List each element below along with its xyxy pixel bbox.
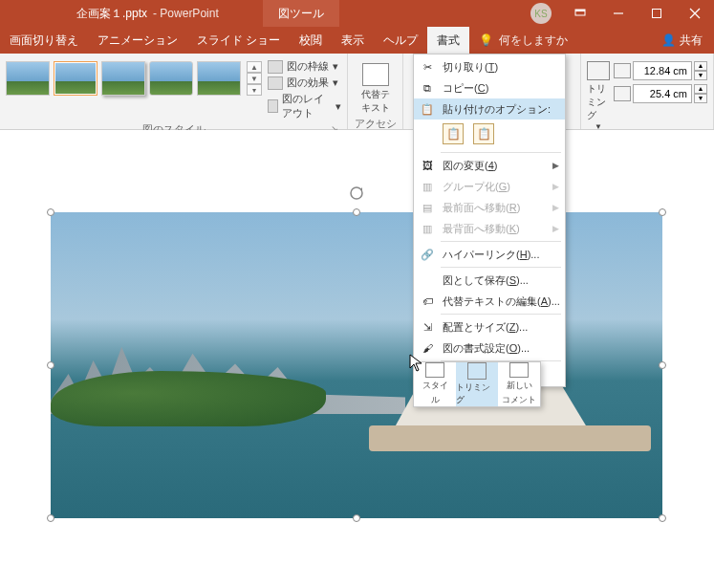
height-field[interactable]: ▲▼ (614, 61, 707, 80)
comment-icon (509, 362, 529, 378)
ribbon-options-button[interactable] (561, 0, 599, 27)
style-thumb[interactable] (149, 61, 193, 96)
group-icon: ▥ (420, 179, 435, 194)
picture-layout-menu[interactable]: 図のレイアウト ▾ (268, 92, 341, 120)
share-button[interactable]: 👤 共有 (650, 27, 714, 54)
context-menu: ✂切り取り(T) ⧉コピー(C) 📋貼り付けのオプション: 📋 📋 🖼図の変更(… (413, 54, 566, 387)
mouse-cursor (409, 354, 424, 376)
slide-canvas[interactable] (0, 130, 714, 588)
resize-handle-s[interactable] (353, 514, 360, 522)
ctx-group: ▥グループ化(G)▶ (414, 176, 565, 197)
resize-handle-nw[interactable] (47, 208, 54, 216)
ctx-save-as-picture[interactable]: 図として保存(S)... (414, 270, 565, 291)
tab-help[interactable]: ヘルプ (374, 27, 427, 54)
picture-effects-menu[interactable]: 図の効果 ▾ (268, 76, 341, 90)
resize-handle-sw[interactable] (47, 514, 54, 522)
spin-down[interactable]: ▼ (694, 94, 707, 103)
rotate-handle[interactable] (349, 185, 364, 201)
size-group: トリミング ▼ ▲▼ ▲▼ サイズ↘ (580, 54, 714, 129)
crop-button[interactable]: トリミング ▼ (587, 61, 610, 131)
close-button[interactable] (676, 0, 714, 27)
height-input[interactable] (633, 61, 692, 80)
ctx-change-picture[interactable]: 🖼図の変更(4)▶ (414, 155, 565, 176)
resize-handle-ne[interactable] (659, 208, 666, 216)
effects-icon (268, 76, 283, 90)
resize-handle-n[interactable] (353, 208, 360, 216)
tab-slideshow[interactable]: スライド ショー (187, 27, 290, 54)
minimize-button[interactable] (599, 0, 638, 27)
ribbon: ▲▼▾ 図の枠線 ▾ 図の効果 ▾ 図のレイアウト ▾ 図のスタイル↘ 代替テ … (0, 54, 714, 130)
accessibility-group: 代替テ キスト アクセシビ… (348, 54, 403, 129)
ctx-cut[interactable]: ✂切り取り(T) (414, 56, 565, 77)
layout-icon (268, 99, 278, 113)
spin-up[interactable]: ▲ (694, 84, 707, 94)
ctx-copy[interactable]: ⧉コピー(C) (414, 77, 565, 98)
slide[interactable] (43, 138, 669, 577)
user-avatar[interactable]: KS (530, 3, 552, 24)
ctx-bring-front: ▤最前面へ移動(R)▶ (414, 197, 565, 218)
mini-comment-button[interactable]: 新しいコメント (498, 362, 540, 406)
crop-icon (467, 362, 487, 380)
style-thumb[interactable] (54, 61, 97, 96)
width-field[interactable]: ▲▼ (614, 84, 707, 103)
style-thumb[interactable] (101, 61, 145, 96)
crop-icon (587, 61, 610, 80)
tab-animation[interactable]: アニメーション (88, 27, 187, 54)
spin-down[interactable]: ▼ (694, 71, 707, 80)
border-icon (268, 60, 283, 74)
share-icon: 👤 (661, 33, 676, 47)
tab-format[interactable]: 書式 (427, 27, 469, 54)
ctx-paste-options[interactable]: 📋貼り付けのオプション: (414, 98, 565, 120)
size-icon: ⇲ (420, 319, 435, 335)
alt-text-icon (362, 63, 389, 86)
style-icon (425, 362, 444, 378)
tab-view[interactable]: 表示 (332, 27, 374, 54)
tab-transition[interactable]: 画面切り替え (0, 27, 88, 54)
title-text: 企画案１.pptx - PowerPoint 図ツール (0, 0, 530, 27)
paste-option-picture[interactable]: 📋 (473, 123, 494, 144)
alt-text-icon: 🏷 (420, 294, 435, 309)
height-icon (614, 63, 631, 78)
mini-crop-button[interactable]: トリミング (456, 362, 498, 406)
mini-toolbar: スタイル トリミング 新しいコメント (413, 361, 541, 407)
lightbulb-icon: 💡 (479, 33, 493, 47)
alt-text-button[interactable]: 代替テ キスト (354, 57, 397, 115)
width-input[interactable] (633, 84, 692, 103)
ctx-size-position[interactable]: ⇲配置とサイズ(Z)... (414, 316, 565, 338)
copy-icon: ⧉ (420, 80, 435, 96)
paste-option-keep-source[interactable]: 📋 (443, 123, 464, 144)
cut-icon: ✂ (420, 59, 435, 75)
bring-front-icon: ▤ (420, 200, 435, 215)
ctx-format-picture[interactable]: 🖌図の書式設定(O)... (414, 338, 565, 359)
gallery-scroll[interactable]: ▲▼▾ (247, 61, 262, 96)
resize-handle-se[interactable] (659, 514, 666, 522)
ctx-hyperlink[interactable]: 🔗ハイパーリンク(H)... (414, 244, 565, 265)
paste-options-row: 📋 📋 (414, 120, 565, 150)
tab-review[interactable]: 校閲 (290, 27, 332, 54)
style-thumb[interactable] (197, 61, 241, 96)
file-name: 企画案１.pptx (76, 6, 147, 22)
svg-rect-1 (575, 10, 585, 11)
tell-me-search[interactable]: 💡 何をしますか (469, 27, 577, 54)
change-picture-icon: 🖼 (420, 158, 435, 173)
style-thumb[interactable] (6, 61, 50, 96)
contextual-tab-label: 図ツール (263, 0, 339, 27)
title-bar: 企画案１.pptx - PowerPoint 図ツール KS (0, 0, 714, 27)
spin-up[interactable]: ▲ (694, 61, 707, 71)
maximize-button[interactable] (638, 0, 676, 27)
width-icon (614, 86, 631, 101)
picture-style-gallery[interactable]: ▲▼▾ (6, 57, 262, 96)
picture-border-menu[interactable]: 図の枠線 ▾ (268, 59, 341, 74)
resize-handle-e[interactable] (659, 361, 666, 369)
resize-handle-w[interactable] (47, 361, 54, 369)
selected-picture[interactable] (51, 212, 662, 518)
ctx-send-back: ▥最背面へ移動(K)▶ (414, 218, 565, 239)
link-icon: 🔗 (420, 247, 435, 262)
send-back-icon: ▥ (420, 221, 435, 236)
svg-rect-3 (653, 10, 661, 18)
submenu-arrow-icon: ▶ (552, 161, 559, 170)
ctx-edit-alt-text[interactable]: 🏷代替テキストの編集(A)... (414, 291, 565, 312)
ribbon-tabs: 画面切り替え アニメーション スライド ショー 校閲 表示 ヘルプ 書式 💡 何… (0, 27, 714, 54)
app-name: PowerPoint (160, 7, 218, 20)
picture-styles-group: ▲▼▾ 図の枠線 ▾ 図の効果 ▾ 図のレイアウト ▾ 図のスタイル↘ (0, 54, 348, 129)
